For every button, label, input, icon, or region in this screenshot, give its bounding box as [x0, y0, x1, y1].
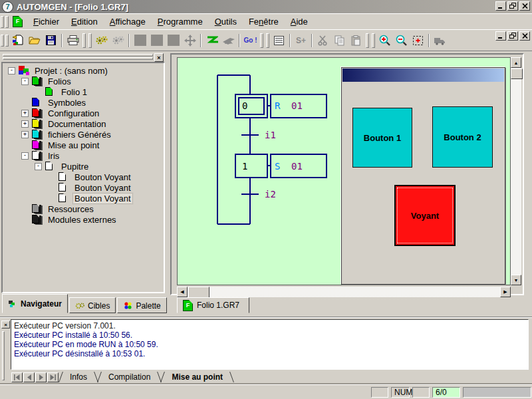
console-last-button[interactable] [47, 372, 59, 382]
scroll-left-button[interactable]: ◀ [177, 287, 188, 297]
zoom-in-button[interactable] [376, 33, 393, 49]
pupitre-panel: Bouton 1 Bouton 2 Voyant [341, 67, 505, 285]
tree-expander[interactable]: - [8, 67, 15, 74]
go-button[interactable]: Go ! [242, 33, 259, 49]
status-6-0: 6/0 [432, 387, 460, 398]
voyant-button[interactable]: Voyant [394, 185, 456, 246]
menu-affichage[interactable]: Affichage [104, 15, 152, 28]
tree-expander[interactable]: - [21, 78, 29, 85]
tree-expander[interactable]: + [21, 110, 29, 117]
menu-fen-tre[interactable]: Fenêtre [243, 15, 285, 28]
scroll-up-button[interactable]: ▲ [511, 57, 521, 68]
tab-cibles[interactable]: Cibles [69, 297, 116, 313]
tree-item-symboles-3[interactable]: Symboles [3, 97, 164, 108]
toolbar-grip [372, 33, 375, 48]
tree-item-pupitre-9[interactable]: -Pupitre [3, 161, 164, 172]
console-tab-mise-au-point[interactable]: Mise au point [161, 372, 233, 382]
close-button[interactable] [519, 1, 530, 11]
zoom-out-button[interactable] [393, 33, 410, 49]
toolbar: Go !S+ [0, 29, 532, 51]
symbols-button[interactable]: S+ [293, 33, 309, 49]
menu-edition[interactable]: Edition [65, 15, 104, 28]
tab-navigateur[interactable]: Navigateur [2, 294, 68, 313]
tree-item-label: Bouton Voyant [73, 172, 132, 182]
menu-outils[interactable]: Outils [209, 15, 243, 28]
compile-button[interactable] [93, 33, 110, 49]
step-1-label: 1 [242, 161, 247, 172]
print-button[interactable] [65, 33, 81, 49]
tree-item-bouton-voyant-11[interactable]: Bouton Voyant [3, 182, 164, 193]
console-tabs: InfosCompilationMise au point [59, 372, 233, 382]
toolbar-grip [88, 33, 92, 48]
scroll-down-button[interactable]: ▼ [511, 275, 521, 285]
folder-open-icon [29, 36, 41, 45]
menu-programme[interactable]: Programme [152, 15, 209, 28]
console-drag-handle[interactable] [2, 331, 7, 379]
horizontal-scrollbar[interactable]: ◀ ▶ [177, 287, 511, 297]
panel-close-button[interactable]: × [154, 53, 164, 62]
tree-item-mise-au-point-7[interactable]: Mise au point [3, 140, 164, 150]
tree-item-ressources-13[interactable]: Ressources [3, 203, 164, 214]
transfer-button[interactable] [220, 33, 237, 49]
tree-item-configuration-4[interactable]: +Configuration [3, 108, 164, 118]
tree-expander[interactable]: + [21, 131, 29, 138]
bouton-2-button[interactable]: Bouton 2 [432, 106, 493, 168]
console-previous-button[interactable] [23, 372, 35, 382]
zoom-in-icon [379, 35, 391, 47]
console-next-button[interactable] [35, 372, 47, 382]
document-icon [32, 119, 43, 128]
tree-item-folios-1[interactable]: -Folios [3, 76, 164, 86]
menu-aide[interactable]: Aide [285, 15, 314, 28]
tree-expander[interactable]: - [21, 152, 29, 160]
cut-button[interactable] [315, 33, 331, 49]
panel-drag-handle[interactable] [3, 54, 153, 59]
grafcet-canvas[interactable]: 0 R01 i1 1 S01 i2 Bouton 1 Bouton 2 Voya… [177, 57, 511, 285]
tree-item-bouton-voyant-12[interactable]: Bouton Voyant [3, 193, 164, 203]
tree-item-iris-8[interactable]: -Iris [3, 150, 164, 161]
tree-item-projet-sans-nom-0[interactable]: -Projet : (sans nom) [3, 65, 164, 76]
list-button[interactable] [271, 33, 287, 49]
copy-button[interactable] [331, 33, 348, 49]
menu-fichier[interactable]: Fichier [27, 15, 65, 28]
console-close-button[interactable]: × [1, 321, 10, 329]
stop-button[interactable] [132, 33, 148, 49]
document-icon [32, 140, 43, 150]
compile-all-button[interactable] [110, 33, 126, 49]
vertical-scroll-thumb[interactable] [511, 68, 523, 79]
console-tab-infos[interactable]: Infos [59, 372, 98, 382]
console-first-button[interactable] [11, 372, 23, 382]
bouton-1-button[interactable]: Bouton 1 [352, 108, 412, 168]
title-bar[interactable]: 7 AUTOMGEN - [Folio 1.GR7] [0, 0, 532, 13]
paste-button[interactable] [348, 33, 364, 49]
tree-item-documentation-5[interactable]: +Documentation [3, 118, 164, 129]
save-button[interactable] [43, 33, 59, 49]
pause-button[interactable] [148, 33, 165, 49]
tree-expander[interactable]: - [35, 163, 42, 170]
folio-document-tab[interactable]: F Folio 1.GR7 [177, 297, 249, 313]
run-button[interactable] [203, 33, 220, 49]
tab-palette[interactable]: Palette [117, 297, 166, 313]
tree-item-label: fichiers Générés [47, 130, 112, 140]
truck-button[interactable] [432, 33, 448, 49]
console-tab-compilation[interactable]: Compilation [98, 372, 161, 382]
tree-item-fichiers-g-n-r-s-6[interactable]: +fichiers Générés [3, 129, 164, 140]
init-button[interactable] [182, 33, 198, 49]
close-icon [522, 3, 528, 9]
zoom-selection-button[interactable] [410, 33, 426, 49]
restore-button[interactable] [507, 1, 518, 11]
minimize-button[interactable] [495, 1, 506, 11]
tree-item-label: Pupitre [60, 162, 90, 172]
tree-item-bouton-voyant-10[interactable]: Bouton Voyant [3, 172, 164, 182]
scroll-right-button[interactable]: ▶ [500, 287, 511, 297]
tree-item-modules-externes-14[interactable]: Modules externes [3, 214, 164, 225]
tab-label: Cibles [88, 301, 110, 311]
tree-expander[interactable]: + [21, 120, 29, 128]
new-button[interactable] [9, 33, 26, 49]
step-button[interactable] [165, 33, 182, 49]
window-title: AUTOMGEN - [Folio 1.GR7] [17, 2, 128, 12]
tree-item-label: Mise au point [47, 140, 100, 150]
vertical-scrollbar[interactable]: ▲ ▼ [511, 57, 521, 285]
open-button[interactable] [26, 33, 43, 49]
tree-item-folio-1-2[interactable]: Folio 1 [3, 86, 164, 97]
nav-icon [8, 300, 17, 308]
